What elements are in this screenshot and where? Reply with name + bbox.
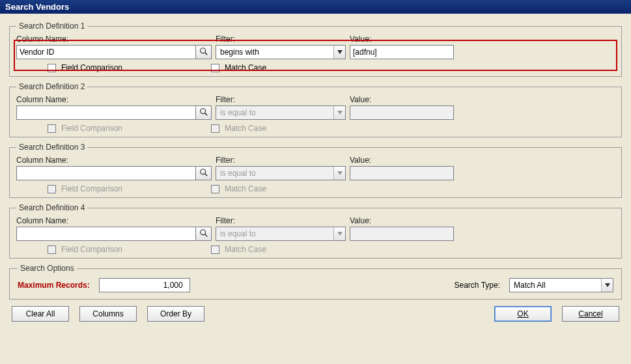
search-type-dropdown[interactable]: Match All	[509, 278, 613, 292]
field-comparison-label: Field Comparison	[61, 245, 122, 254]
magnifier-icon	[199, 229, 208, 240]
value-input[interactable]	[350, 45, 454, 59]
svg-line-1	[204, 52, 207, 55]
svg-marker-2	[337, 50, 343, 54]
magnifier-icon	[199, 168, 208, 179]
chevron-down-icon	[333, 106, 345, 119]
value-label: Value:	[350, 216, 615, 225]
order-by-button[interactable]: Order By	[147, 306, 204, 322]
column-name-lookup-button[interactable]	[196, 227, 212, 241]
filter-value: is equal to	[216, 167, 333, 180]
match-case-checkbox	[211, 124, 219, 133]
value-label: Value:	[350, 35, 615, 44]
match-case-label: Match Case	[225, 184, 266, 193]
search-definition-1-legend: Search Definition 1	[16, 21, 87, 31]
field-comparison-label: Field Comparison	[61, 184, 122, 193]
search-options-legend: Search Options	[18, 264, 77, 273]
clear-all-button[interactable]: Clear All	[12, 306, 69, 322]
svg-line-10	[204, 234, 207, 236]
field-comparison-checkbox	[48, 185, 56, 193]
svg-point-3	[200, 108, 205, 113]
magnifier-icon	[199, 47, 208, 58]
chevron-down-icon	[333, 227, 345, 240]
match-case-checkbox[interactable]	[211, 64, 219, 72]
match-case-label: Match Case	[225, 124, 266, 133]
filter-value: is equal to	[216, 106, 333, 119]
field-comparison-label: Field Comparison	[61, 124, 122, 133]
chevron-down-icon	[601, 279, 613, 292]
column-name-label: Column Name:	[16, 35, 212, 44]
svg-point-9	[200, 229, 205, 234]
value-input	[350, 105, 454, 120]
columns-button[interactable]: Columns	[79, 306, 137, 322]
filter-value: begins with	[216, 46, 333, 59]
filter-dropdown[interactable]: is equal to	[216, 227, 346, 241]
svg-point-0	[200, 48, 205, 53]
match-case-label: Match Case	[225, 245, 266, 254]
chevron-down-icon	[333, 46, 345, 59]
column-name-input[interactable]	[16, 45, 196, 59]
svg-marker-12	[605, 283, 610, 287]
search-definition-3: Search Definition 3 Column Name: Filter:…	[9, 143, 622, 198]
search-definition-2: Search Definition 2 Column Name: Filter:…	[9, 82, 622, 137]
field-comparison-checkbox[interactable]	[48, 64, 56, 72]
maximum-records-input[interactable]	[99, 278, 190, 292]
search-definition-2-legend: Search Definition 2	[16, 82, 87, 91]
search-type-value: Match All	[510, 279, 601, 292]
window-title: Search Vendors	[5, 2, 69, 12]
filter-dropdown[interactable]: is equal to	[216, 105, 346, 120]
maximum-records-label: Maximum Records:	[18, 281, 90, 290]
magnifier-icon	[199, 107, 208, 119]
filter-label: Filter:	[216, 95, 346, 104]
svg-point-6	[200, 169, 205, 174]
filter-dropdown[interactable]: is equal to	[216, 166, 346, 180]
filter-label: Filter:	[216, 216, 346, 225]
value-label: Value:	[350, 95, 615, 104]
button-bar: Clear All Columns Order By OK Cancel	[9, 306, 622, 322]
window-titlebar: Search Vendors	[0, 0, 631, 14]
svg-line-7	[204, 173, 207, 176]
value-input	[350, 227, 454, 241]
chevron-down-icon	[333, 167, 345, 180]
filter-dropdown[interactable]: begins with	[216, 45, 346, 59]
search-definition-4-legend: Search Definition 4	[16, 203, 87, 212]
search-definition-4: Search Definition 4 Column Name: Filter:…	[9, 203, 622, 259]
ok-button[interactable]: OK	[494, 306, 552, 322]
filter-label: Filter:	[216, 156, 346, 165]
field-comparison-checkbox	[48, 245, 56, 254]
dialog-body: Search Definition 1 Column Name: Filter:…	[0, 14, 631, 328]
svg-line-4	[204, 113, 207, 115]
search-options: Search Options Maximum Records: Search T…	[9, 264, 622, 300]
match-case-label: Match Case	[225, 63, 266, 72]
field-comparison-label: Field Comparison	[61, 63, 122, 72]
svg-marker-8	[337, 171, 343, 175]
cancel-button[interactable]: Cancel	[562, 306, 619, 322]
filter-label: Filter:	[216, 35, 346, 44]
column-name-label: Column Name:	[16, 95, 212, 104]
field-comparison-checkbox	[48, 124, 56, 133]
filter-value: is equal to	[216, 227, 333, 240]
match-case-checkbox	[211, 245, 219, 254]
search-definition-3-legend: Search Definition 3	[16, 143, 87, 152]
match-case-checkbox	[211, 185, 219, 193]
search-type-label: Search Type:	[455, 281, 501, 290]
column-name-lookup-button[interactable]	[196, 45, 212, 59]
column-name-input[interactable]	[16, 166, 196, 180]
column-name-input[interactable]	[16, 227, 196, 241]
svg-marker-5	[337, 111, 343, 115]
value-label: Value:	[350, 156, 615, 165]
column-name-input[interactable]	[16, 105, 196, 120]
column-name-label: Column Name:	[16, 156, 212, 165]
column-name-lookup-button[interactable]	[196, 105, 212, 120]
search-definition-1: Search Definition 1 Column Name: Filter:…	[9, 21, 622, 77]
value-input	[350, 166, 454, 180]
column-name-lookup-button[interactable]	[196, 166, 212, 180]
svg-marker-11	[337, 232, 343, 236]
column-name-label: Column Name:	[16, 216, 212, 225]
